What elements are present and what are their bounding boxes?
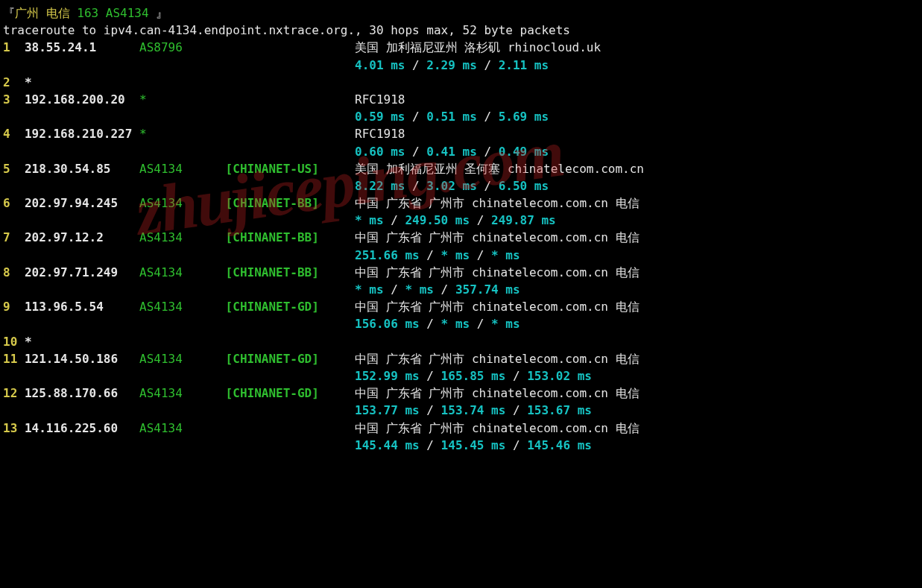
timing-separator: / xyxy=(405,179,426,193)
hop-ip: 125.88.170.66 xyxy=(25,385,139,402)
hop-row: 12125.88.170.66AS4134[CHINANET-GD]中国 广东省… xyxy=(3,385,922,402)
timing-value: 3.02 ms xyxy=(426,179,476,193)
timing-pad xyxy=(3,247,355,264)
timing-value: 156.06 ms xyxy=(355,317,420,331)
hop-asn: AS4134 xyxy=(139,298,226,315)
hop-ip: * xyxy=(25,333,139,350)
timing-value: 0.59 ms xyxy=(355,110,405,124)
hop-ip: 38.55.24.1 xyxy=(25,39,139,56)
hop-location: RFC1918 xyxy=(355,125,405,142)
hop-timing: * ms / 249.50 ms / 249.87 ms xyxy=(355,212,556,229)
hop-asn: AS4134 xyxy=(139,420,226,437)
timing-separator: / xyxy=(505,403,527,417)
timing-value: 0.60 ms xyxy=(355,145,405,159)
timing-value: 152.99 ms xyxy=(355,369,420,383)
timing-separator: / xyxy=(505,438,527,452)
timing-separator: / xyxy=(477,58,499,72)
hop-asn: AS4134 xyxy=(139,385,226,402)
hop-timing-row: * ms / 249.50 ms / 249.87 ms xyxy=(3,212,922,229)
timing-value: 6.50 ms xyxy=(499,179,549,193)
timing-value: 145.45 ms xyxy=(441,438,506,452)
hop-timing-row: 4.01 ms / 2.29 ms / 2.11 ms xyxy=(3,57,922,74)
hop-index: 12 xyxy=(3,385,25,402)
hop-asn: AS4134 xyxy=(139,229,226,246)
hop-row: 1314.116.225.60AS4134中国 广东省 广州市 chinatel… xyxy=(3,420,922,437)
hop-index: 11 xyxy=(3,350,25,367)
timing-value: 0.41 ms xyxy=(426,145,476,159)
timing-value: * ms xyxy=(441,248,470,262)
hop-timing: 0.60 ms / 0.41 ms / 0.49 ms xyxy=(355,143,549,160)
hop-row: 11121.14.50.186AS4134[CHINANET-GD]中国 广东省… xyxy=(3,350,922,367)
hop-asn: AS4134 xyxy=(139,195,226,212)
timing-pad xyxy=(3,143,355,160)
hop-timing-row: 8.22 ms / 3.02 ms / 6.50 ms xyxy=(3,177,922,195)
timing-value: * ms xyxy=(355,213,384,227)
hop-index: 4 xyxy=(3,125,25,142)
timing-value: 357.74 ms xyxy=(455,282,520,297)
hop-ip: 202.97.12.2 xyxy=(25,229,139,246)
timing-value: 249.87 ms xyxy=(491,213,556,227)
hop-timing-row: 251.66 ms / * ms / * ms xyxy=(3,247,922,264)
hop-timing: 251.66 ms / * ms / * ms xyxy=(355,247,520,264)
hop-location: 美国 加利福尼亚州 圣何塞 chinatelecom.com.cn xyxy=(355,160,644,177)
timing-separator: / xyxy=(405,110,426,124)
timing-value: 0.49 ms xyxy=(499,145,549,159)
hop-list: 138.55.24.1AS8796美国 加利福尼亚州 洛杉矶 rhinoclou… xyxy=(3,39,922,454)
hop-row: 138.55.24.1AS8796美国 加利福尼亚州 洛杉矶 rhinoclou… xyxy=(3,39,922,56)
hop-index: 3 xyxy=(3,91,25,108)
hop-row: 3192.168.200.20*RFC1918 xyxy=(3,91,922,108)
timing-value: 251.66 ms xyxy=(355,248,420,262)
hop-timing: 152.99 ms / 165.85 ms / 153.02 ms xyxy=(355,367,592,385)
bracket-close: 』 xyxy=(156,6,168,20)
traceroute-command: traceroute to ipv4.can-4134.endpoint.nxt… xyxy=(3,22,922,39)
timing-separator: / xyxy=(434,282,455,297)
timing-separator: / xyxy=(470,317,491,331)
hop-index: 9 xyxy=(3,298,25,315)
timing-value: 145.44 ms xyxy=(355,438,420,452)
header-asn: 163 AS4134 xyxy=(77,6,156,20)
hop-timing: 153.77 ms / 153.74 ms / 153.67 ms xyxy=(355,402,592,419)
timing-separator: / xyxy=(405,145,426,159)
hop-timing: 4.01 ms / 2.29 ms / 2.11 ms xyxy=(355,57,549,74)
timing-value: 5.69 ms xyxy=(499,110,549,124)
hop-index: 7 xyxy=(3,229,25,246)
hop-asn: * xyxy=(139,91,226,108)
hop-ip: 192.168.200.20 xyxy=(25,91,139,108)
hop-row: 9113.96.5.54AS4134[CHINANET-GD]中国 广东省 广州… xyxy=(3,298,922,315)
timing-value: 153.02 ms xyxy=(527,369,592,383)
hop-row: 10* xyxy=(3,333,922,350)
timing-separator: / xyxy=(505,369,527,383)
timing-value: * ms xyxy=(491,317,520,331)
timing-value: 2.11 ms xyxy=(499,58,549,72)
timing-separator: / xyxy=(420,369,441,383)
hop-timing-row: 152.99 ms / 165.85 ms / 153.02 ms xyxy=(3,367,922,385)
hop-index: 1 xyxy=(3,39,25,56)
hop-asn: AS8796 xyxy=(139,39,226,56)
hop-index: 8 xyxy=(3,264,25,281)
timing-value: 153.77 ms xyxy=(355,403,420,417)
timing-separator: / xyxy=(420,438,441,452)
timing-pad xyxy=(3,108,355,125)
hop-ip: 218.30.54.85 xyxy=(25,160,139,177)
timing-separator: / xyxy=(405,58,426,72)
timing-separator: / xyxy=(420,403,441,417)
timing-pad xyxy=(3,315,355,332)
timing-value: 8.22 ms xyxy=(355,179,405,193)
hop-location: 美国 加利福尼亚州 洛杉矶 rhinocloud.uk xyxy=(355,39,601,56)
timing-separator: / xyxy=(420,317,441,331)
timing-value: * ms xyxy=(441,317,470,331)
hop-timing-row: 145.44 ms / 145.45 ms / 145.46 ms xyxy=(3,437,922,454)
timing-value: 165.85 ms xyxy=(441,369,506,383)
timing-separator: / xyxy=(384,213,405,227)
timing-separator: / xyxy=(470,248,491,262)
hop-timing-row: 0.60 ms / 0.41 ms / 0.49 ms xyxy=(3,143,922,160)
hop-timing-row: * ms / * ms / 357.74 ms xyxy=(3,281,922,298)
timing-separator: / xyxy=(384,282,405,297)
timing-value: * ms xyxy=(355,282,384,297)
timing-value: 4.01 ms xyxy=(355,58,405,72)
timing-separator: / xyxy=(420,248,441,262)
bracket-open: 『 xyxy=(3,6,15,20)
trace-header: 『广州 电信 163 AS4134 』 xyxy=(3,4,922,22)
hop-ip: 14.116.225.60 xyxy=(25,420,139,437)
hop-index: 2 xyxy=(3,74,25,91)
